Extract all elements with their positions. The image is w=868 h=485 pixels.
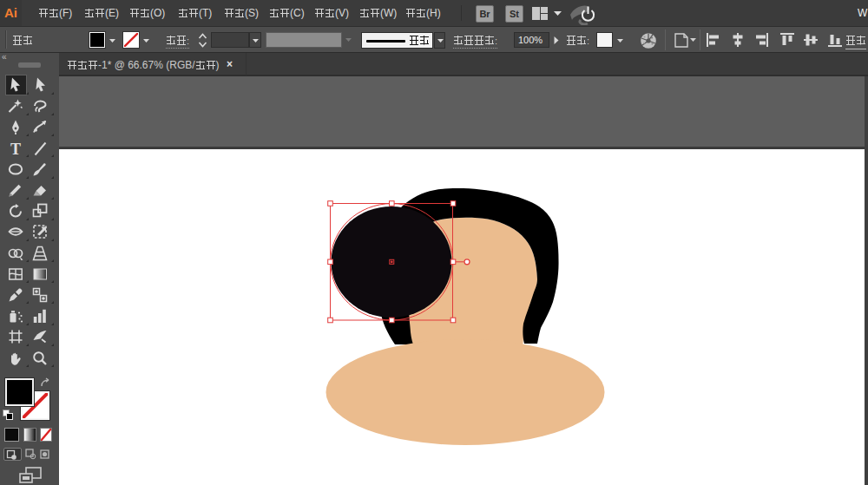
svg-text:T: T [10,141,21,158]
